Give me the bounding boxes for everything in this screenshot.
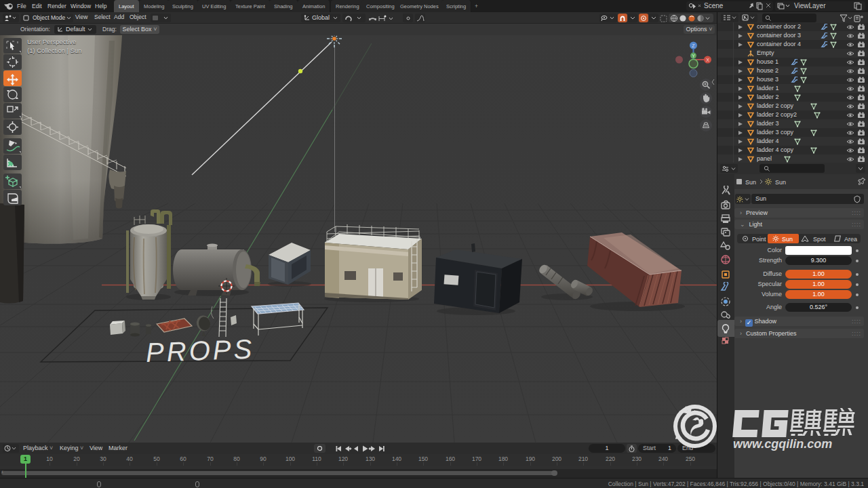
svg-text:Sun: Sun — [745, 179, 756, 186]
svg-text:Area: Area — [844, 236, 857, 243]
svg-text:Spot: Spot — [813, 236, 826, 243]
svg-text:Y: Y — [692, 54, 695, 58]
svg-text:X: X — [706, 58, 709, 62]
svg-text:www.cgqilin.com: www.cgqilin.com — [733, 437, 832, 451]
svg-text:Sun: Sun — [775, 179, 786, 186]
svg-text:Z: Z — [692, 43, 695, 48]
svg-text:PROPS: PROPS — [145, 333, 254, 367]
svg-text:Point: Point — [752, 236, 766, 243]
svg-text:Sun: Sun — [782, 236, 793, 243]
